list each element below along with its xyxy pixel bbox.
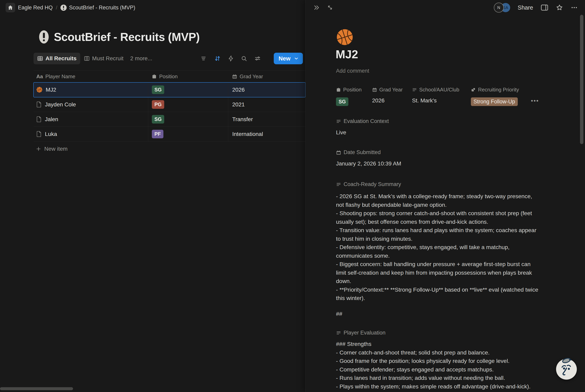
select-property-icon — [471, 87, 476, 92]
favorite-star-icon[interactable] — [556, 4, 563, 11]
property-recruiting-priority[interactable]: Recruiting Priority Strong Follow-Up — [471, 86, 519, 106]
more-properties-button[interactable]: ••• — [531, 98, 539, 104]
section-player-evaluation[interactable]: Player Evaluation — [336, 330, 386, 336]
table-row-jalen[interactable]: Jalen SG Transfer — [33, 112, 305, 127]
breadcrumb-page-label: ScoutBrief - Recruits (MVP) — [69, 4, 135, 11]
peek-panel: N SA Share MJ2 Add comment Positi — [305, 0, 585, 392]
sort-icon[interactable] — [214, 55, 221, 62]
vertical-scrollbar[interactable] — [580, 15, 584, 144]
row-title: Jayden Cole — [45, 102, 76, 108]
text-lines-icon — [336, 119, 341, 124]
position-tag[interactable]: PG — [152, 100, 164, 109]
table-header-row: Aa Player Name Position Grad Year — [33, 70, 305, 82]
breadcrumb-separator: / — [55, 4, 58, 11]
breadcrumb-page[interactable]: ScoutBrief - Recruits (MVP) — [60, 4, 135, 11]
more-options-icon[interactable] — [571, 4, 578, 11]
table-view-icon — [37, 56, 43, 62]
horizontal-scrollbar[interactable] — [0, 387, 73, 390]
peek-page-title: MJ2 — [336, 48, 358, 61]
search-icon[interactable] — [241, 55, 247, 62]
markdown-hash-line[interactable]: ## — [336, 310, 342, 317]
row-title: MJ2 — [46, 86, 56, 93]
home-icon — [7, 5, 13, 10]
property-row: Position SG Grad Year 2026 School/AAU/Cl… — [336, 86, 572, 110]
page-icon-exclamation[interactable] — [39, 30, 49, 44]
page-icon-basketball[interactable] — [336, 28, 354, 47]
property-grad-year[interactable]: Grad Year 2026 — [372, 86, 403, 104]
new-button[interactable]: New — [274, 53, 303, 64]
text-lines-icon — [412, 87, 417, 92]
evaluation-context-value[interactable]: Live — [336, 129, 346, 136]
page-icon — [36, 116, 42, 122]
panel-topbar: N SA Share — [306, 0, 585, 15]
breadcrumb: Eagle Red HQ / ScoutBrief - Recruits (MV… — [5, 3, 135, 12]
position-tag[interactable]: SG — [152, 115, 164, 124]
share-button[interactable]: Share — [518, 4, 533, 11]
add-comment-button[interactable]: Add comment — [336, 68, 369, 74]
section-date-submitted[interactable]: Date Submitted — [336, 149, 381, 156]
breadcrumb-root[interactable]: Eagle Red HQ — [18, 4, 53, 11]
tab-must-recruit[interactable]: Must Recruit — [80, 53, 127, 64]
home-button[interactable] — [5, 3, 15, 12]
close-peek-icon[interactable] — [313, 4, 320, 11]
position-value-tag[interactable]: SG — [336, 98, 348, 106]
board-view-icon — [84, 56, 90, 62]
grad-year-cell[interactable]: International — [228, 127, 305, 141]
table-row-jayden[interactable]: Jayden Cole PG 2021 — [33, 97, 305, 112]
row-title: Jalen — [45, 116, 58, 122]
tab-more[interactable]: 2 more... — [127, 53, 155, 64]
page-icon — [36, 102, 42, 108]
basketball-emoji — [36, 86, 42, 93]
recruits-table: Aa Player Name Position Grad Year — [33, 70, 305, 156]
grad-year-cell[interactable]: 2021 — [228, 97, 305, 112]
column-header-player-name[interactable]: Aa Player Name — [33, 74, 148, 80]
column-header-grad-year[interactable]: Grad Year — [228, 74, 305, 80]
page-header: ScoutBrief - Recruits (MVP) — [39, 30, 200, 44]
grad-year-value: 2026 — [372, 98, 403, 104]
avatar-n[interactable]: N — [494, 2, 504, 12]
row-title: Luka — [45, 131, 57, 137]
page-title: ScoutBrief - Recruits (MVP) — [54, 30, 200, 44]
filter-icon[interactable] — [200, 55, 207, 62]
calendar-icon — [232, 74, 237, 79]
briefcase-icon — [336, 87, 341, 92]
expand-page-icon[interactable] — [327, 4, 333, 11]
section-evaluation-context[interactable]: Evaluation Context — [336, 118, 389, 124]
view-settings-icon[interactable] — [254, 55, 261, 62]
position-tag[interactable]: SG — [152, 86, 164, 94]
calendar-icon — [336, 150, 341, 155]
chevron-down-icon[interactable] — [294, 56, 299, 61]
text-type-icon: Aa — [36, 74, 43, 80]
tab-must-recruit-label: Must Recruit — [92, 55, 123, 62]
viewer-avatars[interactable]: N SA — [494, 2, 510, 12]
plus-icon — [36, 146, 41, 152]
side-peek-toggle-icon[interactable] — [541, 4, 548, 11]
text-lines-icon — [336, 330, 341, 336]
property-school[interactable]: School/AAU/Club St. Mark's — [412, 86, 459, 104]
calendar-icon — [372, 87, 377, 92]
grad-year-cell[interactable]: 2026 — [228, 82, 305, 97]
briefcase-icon — [152, 74, 157, 79]
grad-year-cell[interactable]: Transfer — [228, 112, 305, 126]
tab-all-recruits-label: All Recruits — [45, 55, 77, 62]
section-coach-ready-summary[interactable]: Coach-Ready Summary — [336, 181, 401, 188]
column-header-position[interactable]: Position — [148, 74, 228, 80]
school-value: St. Mark's — [412, 98, 459, 104]
exclamation-page-icon — [60, 4, 67, 11]
notion-ai-face-button[interactable] — [556, 359, 577, 380]
tab-all-recruits[interactable]: All Recruits — [33, 53, 80, 64]
coach-summary-text[interactable]: - 2026 SG at St. Mark’s with a college-r… — [336, 192, 540, 302]
date-submitted-value[interactable]: January 2, 2026 10:39 AM — [336, 160, 401, 167]
database-page: Eagle Red HQ / ScoutBrief - Recruits (MV… — [0, 0, 305, 392]
new-item-button[interactable]: New item — [33, 142, 305, 156]
table-row-mj2[interactable]: MJ2 SG 2026 — [33, 82, 305, 97]
position-tag[interactable]: PF — [152, 130, 163, 138]
player-evaluation-text[interactable]: ### Strengths - Corner catch-and-shoot t… — [336, 340, 540, 390]
view-actions: New — [200, 53, 303, 64]
automation-zap-icon[interactable] — [228, 55, 234, 62]
view-bar: All Recruits Must Recruit 2 more... — [33, 52, 303, 66]
priority-value-tag[interactable]: Strong Follow-Up — [471, 98, 518, 106]
property-position[interactable]: Position SG — [336, 86, 362, 106]
text-lines-icon — [336, 182, 341, 187]
table-row-luka[interactable]: Luka PF International — [33, 127, 305, 142]
